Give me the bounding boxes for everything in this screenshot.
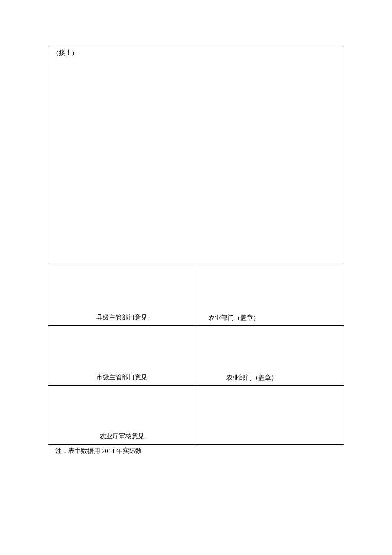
county-content-cell: 农业部门（盖章） xyxy=(196,264,344,326)
city-content-cell: 农业部门（盖章） xyxy=(196,326,344,386)
row-dept-opinion: 农业厅审核意见 xyxy=(48,386,344,445)
city-label-cell: 市级主管部门意见 xyxy=(48,326,196,386)
dept-label: 农业厅审核意见 xyxy=(100,433,144,439)
row-continued: （接上） xyxy=(48,46,344,264)
city-label: 市级主管部门意见 xyxy=(96,374,147,381)
county-label-cell: 县级主管部门意见 xyxy=(48,264,196,326)
approval-form-table: （接上） 县级主管部门意见 农业部门（盖章） 市级主管部门意见 农业部门（盖章）… xyxy=(48,46,344,445)
continued-cell: （接上） xyxy=(48,46,344,264)
county-content: 农业部门（盖章） xyxy=(208,314,259,321)
row-city-opinion: 市级主管部门意见 农业部门（盖章） xyxy=(48,326,344,386)
footnote: 注：表中数据用 2014 年实际数 xyxy=(48,445,344,455)
city-content: 农业部门（盖章） xyxy=(226,374,277,381)
continued-label: （接上） xyxy=(52,49,78,56)
row-county-opinion: 县级主管部门意见 农业部门（盖章） xyxy=(48,264,344,326)
dept-content-cell xyxy=(196,386,344,445)
county-label: 县级主管部门意见 xyxy=(96,314,147,321)
dept-label-cell: 农业厅审核意见 xyxy=(48,386,196,445)
